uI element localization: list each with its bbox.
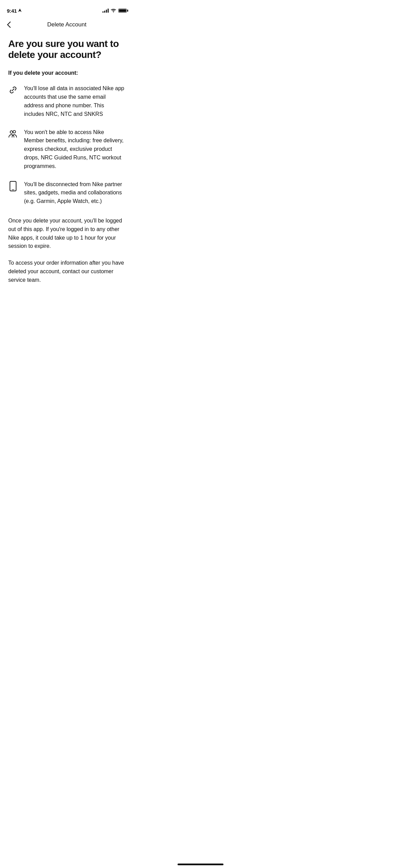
status-time: 9:41 (7, 8, 22, 14)
page-title: Delete Account (47, 21, 86, 28)
svg-point-1 (113, 12, 114, 12)
battery-icon (118, 9, 127, 13)
info-item-partner-sites: You'll be disconnected from Nike partner… (8, 180, 125, 206)
footer-text-logout: Once you delete your account, you'll be … (8, 217, 125, 251)
phone-icon (8, 181, 18, 191)
info-item-member-benefits: You won't be able to access Nike Member … (8, 128, 125, 171)
chevron-left-icon (7, 21, 11, 28)
location-arrow-icon (18, 9, 22, 13)
subheading: If you delete your account: (8, 70, 125, 76)
svg-point-2 (13, 130, 15, 133)
svg-point-3 (10, 131, 13, 133)
info-item-linked-data: You'll lose all data in associated Nike … (8, 84, 125, 118)
info-text-linked-data: You'll lose all data in associated Nike … (24, 84, 125, 118)
signal-icon (102, 9, 109, 13)
status-icons (102, 9, 127, 13)
info-text-member-benefits: You won't be able to access Nike Member … (24, 128, 125, 171)
main-content: Are you sure you want to delete your acc… (0, 33, 134, 298)
info-text-partner-sites: You'll be disconnected from Nike partner… (24, 180, 125, 206)
footer-text-order-info: To access your order information after y… (8, 259, 125, 284)
info-items-list: You'll lose all data in associated Nike … (8, 84, 125, 206)
nav-bar: Delete Account (0, 16, 134, 33)
status-bar: 9:41 (0, 0, 134, 16)
back-button[interactable] (7, 20, 14, 29)
main-heading: Are you sure you want to delete your acc… (8, 38, 125, 60)
users-icon (8, 129, 18, 138)
svg-marker-0 (18, 9, 22, 12)
time-label: 9:41 (7, 8, 17, 14)
wifi-icon (111, 9, 116, 13)
link-icon (8, 85, 18, 95)
